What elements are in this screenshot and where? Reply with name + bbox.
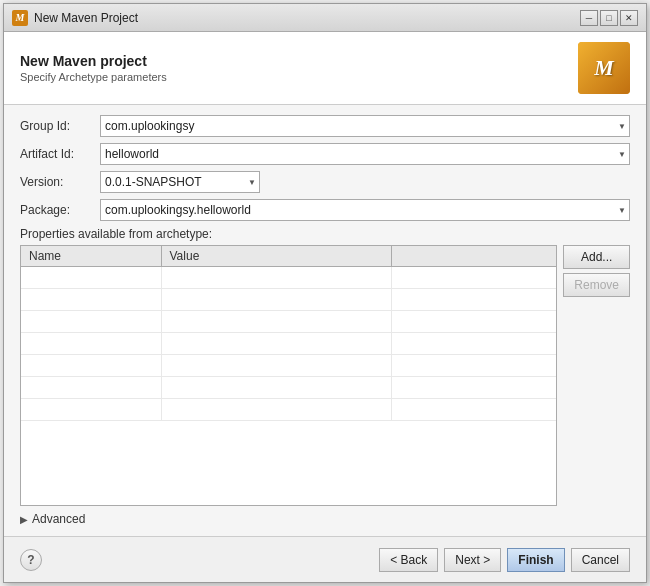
advanced-label: Advanced [32, 512, 85, 526]
table-row [21, 377, 556, 399]
header-section: New Maven project Specify Archetype para… [4, 32, 646, 105]
page-subtitle: Specify Archetype parameters [20, 71, 167, 83]
back-button[interactable]: < Back [379, 548, 438, 572]
name-cell [21, 311, 161, 333]
package-row: Package: com.uplookingsy.helloworld [20, 199, 630, 221]
version-dropdown-wrapper: 0.0.1-SNAPSHOT [100, 171, 260, 193]
artifact-id-control: helloworld [100, 143, 630, 165]
content-area: New Maven project Specify Archetype para… [4, 32, 646, 536]
extra-column-header [391, 246, 556, 267]
package-dropdown-wrapper: com.uplookingsy.helloworld [100, 199, 630, 221]
value-cell [161, 289, 391, 311]
title-bar-left: M New Maven Project [12, 10, 138, 26]
title-bar-controls: ─ □ ✕ [580, 10, 638, 26]
extra-cell [391, 333, 556, 355]
value-column-header: Value [161, 246, 391, 267]
title-bar-icon: M [12, 10, 28, 26]
name-column-header: Name [21, 246, 161, 267]
advanced-toggle[interactable]: ▶ Advanced [20, 512, 630, 526]
name-cell [21, 289, 161, 311]
table-row [21, 333, 556, 355]
header-text: New Maven project Specify Archetype para… [20, 53, 167, 83]
group-id-label: Group Id: [20, 119, 100, 133]
package-control: com.uplookingsy.helloworld [100, 199, 630, 221]
extra-cell [391, 399, 556, 421]
advanced-section: ▶ Advanced [20, 512, 630, 526]
maven-icon: M [578, 42, 630, 94]
name-cell [21, 333, 161, 355]
properties-table: Name Value [21, 246, 556, 421]
table-row [21, 311, 556, 333]
value-cell [161, 311, 391, 333]
window: M New Maven Project ─ □ ✕ New Maven proj… [3, 3, 647, 583]
value-cell [161, 377, 391, 399]
extra-cell [391, 377, 556, 399]
group-id-dropdown[interactable]: com.uplookingsy [100, 115, 630, 137]
extra-cell [391, 355, 556, 377]
value-cell [161, 355, 391, 377]
version-control: 0.0.1-SNAPSHOT [100, 171, 630, 193]
close-button[interactable]: ✕ [620, 10, 638, 26]
form-section: Group Id: com.uplookingsy Artifact Id: h… [4, 105, 646, 536]
footer-right: < Back Next > Finish Cancel [379, 548, 630, 572]
table-row [21, 289, 556, 311]
footer-left: ? [20, 549, 42, 571]
properties-table-wrapper: Name Value [20, 245, 557, 506]
extra-cell [391, 267, 556, 289]
add-button[interactable]: Add... [563, 245, 630, 269]
title-bar-title: New Maven Project [34, 11, 138, 25]
table-header-row: Name Value [21, 246, 556, 267]
table-buttons: Add... Remove [563, 245, 630, 506]
version-dropdown[interactable]: 0.0.1-SNAPSHOT [100, 171, 260, 193]
cancel-button[interactable]: Cancel [571, 548, 630, 572]
artifact-id-row: Artifact Id: helloworld [20, 143, 630, 165]
name-cell [21, 267, 161, 289]
version-label: Version: [20, 175, 100, 189]
table-row [21, 267, 556, 289]
title-bar: M New Maven Project ─ □ ✕ [4, 4, 646, 32]
package-dropdown[interactable]: com.uplookingsy.helloworld [100, 199, 630, 221]
footer: ? < Back Next > Finish Cancel [4, 536, 646, 582]
name-cell [21, 399, 161, 421]
minimize-button[interactable]: ─ [580, 10, 598, 26]
table-row [21, 399, 556, 421]
artifact-id-dropdown[interactable]: helloworld [100, 143, 630, 165]
maximize-button[interactable]: □ [600, 10, 618, 26]
name-cell [21, 377, 161, 399]
package-label: Package: [20, 203, 100, 217]
next-button[interactable]: Next > [444, 548, 501, 572]
value-cell [161, 267, 391, 289]
value-cell [161, 399, 391, 421]
group-id-row: Group Id: com.uplookingsy [20, 115, 630, 137]
table-row [21, 355, 556, 377]
help-button[interactable]: ? [20, 549, 42, 571]
properties-area: Name Value [20, 245, 630, 506]
name-cell [21, 355, 161, 377]
version-row: Version: 0.0.1-SNAPSHOT [20, 171, 630, 193]
extra-cell [391, 311, 556, 333]
finish-button[interactable]: Finish [507, 548, 564, 572]
value-cell [161, 333, 391, 355]
artifact-id-dropdown-wrapper: helloworld [100, 143, 630, 165]
artifact-id-label: Artifact Id: [20, 147, 100, 161]
extra-cell [391, 289, 556, 311]
page-title: New Maven project [20, 53, 167, 69]
advanced-arrow-icon: ▶ [20, 514, 28, 525]
properties-label: Properties available from archetype: [20, 227, 630, 241]
group-id-control: com.uplookingsy [100, 115, 630, 137]
remove-button[interactable]: Remove [563, 273, 630, 297]
group-id-dropdown-wrapper: com.uplookingsy [100, 115, 630, 137]
